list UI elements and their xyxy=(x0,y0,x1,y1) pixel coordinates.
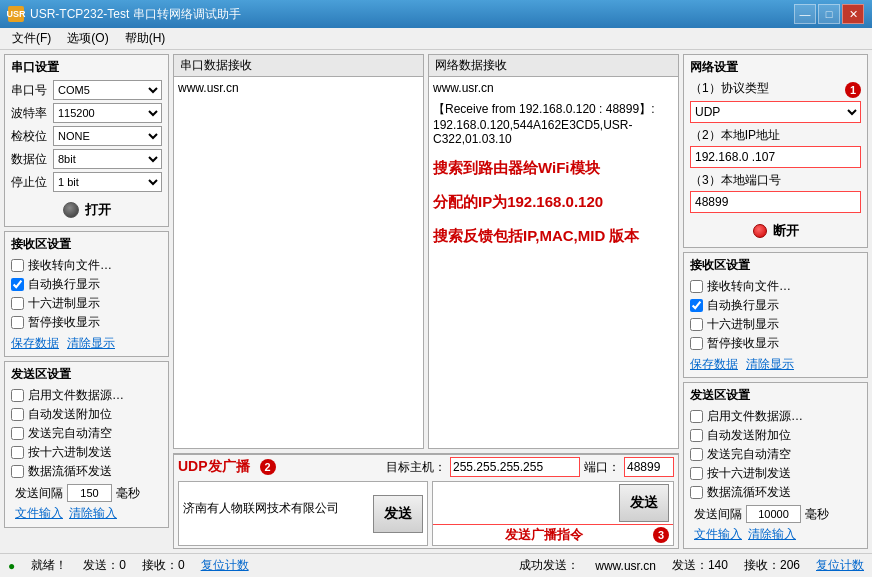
serial-settings-title: 串口设置 xyxy=(11,59,162,76)
recv-cb3-check[interactable] xyxy=(11,297,24,310)
send-right-cb4-check[interactable] xyxy=(690,467,703,480)
interval-right-unit: 毫秒 xyxy=(805,506,829,523)
send-cb1-check[interactable] xyxy=(11,389,24,402)
udp-broadcast-label: UDP发广播 xyxy=(178,458,250,476)
serial-recv-text: www.usr.cn xyxy=(178,81,239,95)
send-cb3-check[interactable] xyxy=(11,427,24,440)
menu-file[interactable]: 文件(F) xyxy=(4,28,59,49)
recv-right-cb4-row: 暂停接收显示 xyxy=(690,335,861,352)
net-recv-panel: 网络数据接收 www.usr.cn 【Receive from 192.168.… xyxy=(428,54,679,449)
host-input[interactable] xyxy=(450,457,580,477)
target-row: UDP发广播 2 目标主机： 端口： xyxy=(174,454,678,479)
recv-cb3-row: 十六进制显示 xyxy=(11,295,162,312)
recv-right-cb4-check[interactable] xyxy=(690,337,703,350)
recv-links-right: 保存数据 清除显示 xyxy=(690,356,861,373)
local-port-label: （3）本地端口号 xyxy=(690,172,861,189)
badge-1: 1 xyxy=(845,82,861,98)
recv-cb1-check[interactable] xyxy=(11,259,24,272)
send-right-cb2-check[interactable] xyxy=(690,429,703,442)
send-cb4-check[interactable] xyxy=(11,446,24,459)
port-input[interactable] xyxy=(624,457,674,477)
interval-left-input[interactable] xyxy=(67,484,112,502)
send-text-left[interactable]: 济南有人物联网技术有限公司 xyxy=(183,500,369,528)
net-settings-title: 网络设置 xyxy=(690,59,861,76)
file-input-left[interactable]: 文件输入 xyxy=(15,505,63,522)
host-label: 目标主机： xyxy=(386,459,446,476)
recv-cb4-check[interactable] xyxy=(11,316,24,329)
net-recv-line3: 【Receive from 192.168.0.120 : 48899】: xyxy=(433,101,674,118)
save-data-left[interactable]: 保存数据 xyxy=(11,335,59,352)
clear-display-right[interactable]: 清除显示 xyxy=(746,356,794,373)
send-right-cb1-check[interactable] xyxy=(690,410,703,423)
send-cb4-label: 按十六进制发送 xyxy=(28,444,112,461)
menu-options[interactable]: 选项(O) xyxy=(59,28,116,49)
title-bar: USR USR-TCP232-Test 串口转网络调试助手 — □ ✕ xyxy=(0,0,872,28)
port-select[interactable]: COM5 xyxy=(53,80,162,100)
send-cb5-check[interactable] xyxy=(11,465,24,478)
badge-3: 3 xyxy=(653,527,669,543)
send-button-left[interactable]: 发送 xyxy=(373,495,423,533)
file-input-right[interactable]: 文件输入 xyxy=(694,526,742,543)
send-settings-right-title: 发送区设置 xyxy=(690,387,861,404)
close-button[interactable]: ✕ xyxy=(842,4,864,24)
interval-right-input[interactable] xyxy=(746,505,801,523)
data-panels: 串口数据接收 www.usr.cn 网络数据接收 www.usr.cn 【Rec… xyxy=(173,54,679,449)
send-right-cb3-check[interactable] xyxy=(690,448,703,461)
net-recv-title: 网络数据接收 xyxy=(429,55,678,77)
success-url: www.usr.cn xyxy=(595,559,656,573)
app-icon: USR xyxy=(8,6,24,22)
databits-select[interactable]: 8bit xyxy=(53,149,162,169)
maximize-button[interactable]: □ xyxy=(818,4,840,24)
recv-right-cb3-check[interactable] xyxy=(690,318,703,331)
baud-select[interactable]: 115200 xyxy=(53,103,162,123)
baud-label: 波特率 xyxy=(11,105,53,122)
clear-display-left[interactable]: 清除显示 xyxy=(67,335,115,352)
local-port-input[interactable] xyxy=(690,191,861,213)
window-title: USR-TCP232-Test 串口转网络调试助手 xyxy=(30,6,794,23)
interval-right-row: 发送间隔 毫秒 xyxy=(690,503,861,525)
recv-settings-right-title: 接收区设置 xyxy=(690,257,861,274)
clear-input-left[interactable]: 清除输入 xyxy=(69,505,117,522)
reset-count[interactable]: 复位计数 xyxy=(816,557,864,574)
send-bottom-row: 济南有人物联网技术有限公司 发送 发送 发送广播指令 3 xyxy=(174,479,678,548)
parity-row: 检校位 NONE xyxy=(11,126,162,146)
protocol-select[interactable]: UDP xyxy=(690,101,861,123)
send-settings-left-title: 发送区设置 xyxy=(11,366,162,383)
send-right-cb5-check[interactable] xyxy=(690,486,703,499)
send-cb2-check[interactable] xyxy=(11,408,24,421)
target-send-area: UDP发广播 2 目标主机： 端口： 济南有人物联网技术有限公司 发送 xyxy=(173,453,679,549)
port-label: 串口号 xyxy=(11,82,53,99)
send-stat: 发送：140 xyxy=(672,557,728,574)
send-text-right[interactable] xyxy=(437,489,619,517)
port-row: 串口号 COM5 xyxy=(11,80,162,100)
databits-row: 数据位 8bit xyxy=(11,149,162,169)
disconnect-button-row[interactable]: 断开 xyxy=(690,219,861,243)
recv-right-cb1-row: 接收转向文件… xyxy=(690,278,861,295)
local-ip-input[interactable] xyxy=(690,146,861,168)
left-recv-stat: 接收：0 xyxy=(142,557,185,574)
send-button-right[interactable]: 发送 xyxy=(619,484,669,522)
parity-select[interactable]: NONE xyxy=(53,126,162,146)
send-cb2-row: 自动发送附加位 xyxy=(11,406,162,423)
left-reset-count[interactable]: 复位计数 xyxy=(201,557,249,574)
send-right-cb1-row: 启用文件数据源… xyxy=(690,408,861,425)
save-data-right[interactable]: 保存数据 xyxy=(690,356,738,373)
stopbits-select[interactable]: 1 bit xyxy=(53,172,162,192)
recv-links-left: 保存数据 清除显示 xyxy=(11,335,162,352)
window-controls[interactable]: — □ ✕ xyxy=(794,4,864,24)
clear-input-right[interactable]: 清除输入 xyxy=(748,526,796,543)
recv-cb2-check[interactable] xyxy=(11,278,24,291)
menu-help[interactable]: 帮助(H) xyxy=(117,28,174,49)
send-right-cb5-label: 数据流循环发送 xyxy=(707,484,791,501)
open-button-row[interactable]: 打开 xyxy=(11,198,162,222)
net-recv-line5: C322,01.03.10 xyxy=(433,132,674,146)
disconnect-label: 断开 xyxy=(773,222,799,240)
recv-right-cb2-check[interactable] xyxy=(690,299,703,312)
port-label: 端口： xyxy=(584,459,620,476)
local-ip-label: （2）本地IP地址 xyxy=(690,127,861,144)
right-panel: 网络设置 （1）协议类型 1 UDP （2）本地IP地址 （3）本地端口号 断开… xyxy=(683,54,868,549)
recv-settings-left-box: 接收区设置 接收转向文件… 自动换行显示 十六进制显示 暂停接收显示 保存数据 … xyxy=(4,231,169,357)
minimize-button[interactable]: — xyxy=(794,4,816,24)
annotation2: 分配的IP为192.168.0.120 xyxy=(433,190,674,214)
recv-right-cb1-check[interactable] xyxy=(690,280,703,293)
